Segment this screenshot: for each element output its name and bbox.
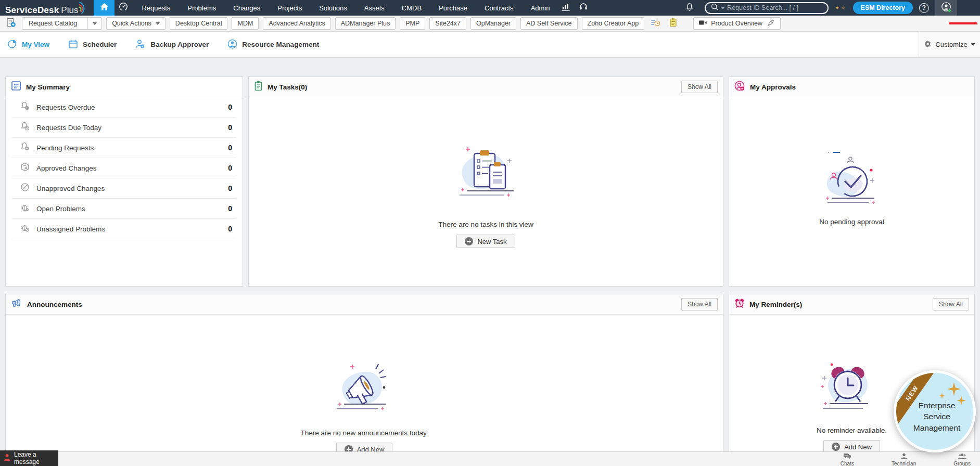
notepad-button[interactable] bbox=[666, 17, 680, 30]
tab-label: Backup Approver bbox=[150, 41, 209, 48]
tab-resource-management[interactable]: Resource Management bbox=[227, 39, 319, 50]
app-button-desktop-central[interactable]: Desktop Central bbox=[170, 17, 228, 30]
new-request-button[interactable] bbox=[4, 17, 18, 30]
pie-chart-icon bbox=[7, 39, 17, 50]
summary-row-requests-overdue[interactable]: Requests Overdue 0 bbox=[12, 97, 236, 118]
app-button-site24x7[interactable]: Site24x7 bbox=[429, 17, 466, 30]
reports-button[interactable] bbox=[557, 0, 575, 16]
menu-item-problems[interactable]: Problems bbox=[187, 4, 216, 12]
my-summary-panel: My Summary Requests Overdue 0 Requests D… bbox=[5, 76, 243, 287]
tasks-empty-text: There are no tasks in this view bbox=[438, 221, 533, 228]
user-profile-button[interactable] bbox=[935, 0, 957, 16]
leave-message-widget[interactable]: Leave a message bbox=[0, 450, 58, 466]
request-catalog-icon bbox=[6, 18, 16, 30]
brand-suffix: Plus bbox=[61, 5, 78, 16]
notifications-button[interactable] bbox=[681, 0, 698, 16]
megaphone-icon bbox=[11, 299, 22, 310]
search-scope-caret-icon[interactable] bbox=[721, 7, 725, 9]
summary-row-unassigned-problems[interactable]: Unassigned Problems 0 bbox=[12, 219, 236, 239]
home-button[interactable] bbox=[94, 0, 114, 16]
summary-row-approved-changes[interactable]: Approved Changes 0 bbox=[12, 158, 236, 178]
esm-promo-badge[interactable]: NEW Enterprise Service Management bbox=[894, 370, 976, 452]
chats-icon bbox=[843, 453, 851, 461]
unapproved-changes-icon bbox=[20, 183, 30, 194]
product-overview-button[interactable]: Product Overview bbox=[693, 17, 781, 30]
summary-count: 0 bbox=[228, 225, 232, 233]
summary-row-unapproved-changes[interactable]: Unapproved Changes 0 bbox=[12, 178, 236, 199]
customize-dropdown[interactable]: Customize bbox=[919, 32, 980, 57]
dashboard-button[interactable] bbox=[114, 0, 132, 16]
online-status-dot bbox=[948, 9, 951, 12]
tab-label: Resource Management bbox=[242, 41, 319, 48]
nav-right-cluster: ✦✧ ESM Directory bbox=[681, 0, 980, 16]
summary-list-icon bbox=[11, 81, 21, 93]
rocket-icon bbox=[767, 19, 775, 29]
announcements-empty-text: There are no new announcements today. bbox=[300, 429, 428, 437]
summary-count: 0 bbox=[228, 103, 232, 111]
search-icon bbox=[711, 3, 719, 13]
summary-row-open-problems[interactable]: Open Problems 0 bbox=[12, 199, 236, 219]
menu-item-contracts[interactable]: Contracts bbox=[485, 4, 514, 12]
footer-groups-link[interactable]: Groups bbox=[953, 452, 971, 466]
quick-actions-label: Quick Actions bbox=[112, 20, 151, 27]
menu-item-admin[interactable]: Admin bbox=[531, 4, 550, 12]
new-task-button[interactable]: New Task bbox=[456, 235, 515, 248]
global-search[interactable] bbox=[705, 2, 829, 14]
chat-agent-icon bbox=[4, 454, 10, 463]
menu-item-cmdb[interactable]: CMDB bbox=[402, 4, 422, 12]
approvals-person-check-icon bbox=[734, 81, 745, 94]
panel-title: My Summary bbox=[26, 83, 70, 91]
summary-count: 0 bbox=[228, 204, 232, 213]
panel-title: My Tasks(0) bbox=[268, 83, 307, 91]
pending-bell-icon bbox=[20, 142, 30, 153]
announcements-show-all-button[interactable]: Show All bbox=[681, 298, 718, 310]
calendar-icon bbox=[68, 39, 78, 50]
sparkle-icon: ✦✧ bbox=[835, 5, 846, 11]
tab-my-view[interactable]: My View bbox=[7, 39, 49, 50]
home-icon bbox=[100, 3, 109, 13]
menu-item-changes[interactable]: Changes bbox=[233, 4, 260, 12]
tab-scheduler[interactable]: Scheduler bbox=[68, 39, 117, 50]
main-menu: Requests Problems Changes Projects Solut… bbox=[142, 4, 550, 12]
tab-backup-approver[interactable]: Backup Approver bbox=[135, 39, 209, 50]
summary-count: 0 bbox=[228, 123, 232, 132]
tasks-show-all-button[interactable]: Show All bbox=[681, 81, 718, 93]
summary-row-pending-requests[interactable]: Pending Requests 0 bbox=[12, 138, 236, 158]
panel-title: My Approvals bbox=[750, 83, 796, 91]
app-button-ad-self-service[interactable]: AD Self Service bbox=[520, 17, 578, 30]
view-tabbar: My View Scheduler Backup Approver Resour… bbox=[0, 32, 980, 58]
quick-actions-dropdown[interactable]: Quick Actions bbox=[106, 17, 166, 30]
clipboard-icon bbox=[669, 18, 678, 29]
help-button[interactable] bbox=[919, 3, 929, 13]
summary-row-requests-due-today[interactable]: Requests Due Today 0 bbox=[12, 118, 236, 138]
footer-technician-link[interactable]: Technician bbox=[892, 452, 916, 466]
person-circle-icon bbox=[227, 39, 237, 50]
overdue-bell-icon bbox=[20, 101, 30, 113]
app-button-zoho-creator[interactable]: Zoho Creator App bbox=[582, 17, 645, 30]
chevron-down-icon bbox=[156, 22, 160, 25]
product-overview-label: Product Overview bbox=[711, 20, 762, 27]
request-catalog-label: Request Catalog bbox=[22, 20, 83, 27]
menu-item-purchase[interactable]: Purchase bbox=[439, 4, 467, 12]
search-input[interactable] bbox=[727, 4, 805, 11]
app-logo[interactable]: ServiceDesk Plus bbox=[0, 0, 90, 16]
app-button-opmanager[interactable]: OpManager bbox=[470, 17, 516, 30]
pending-tasks-button[interactable] bbox=[648, 17, 662, 30]
app-button-advanced-analytics[interactable]: Advanced Analytics bbox=[263, 17, 330, 30]
approved-changes-icon bbox=[20, 162, 30, 174]
request-catalog-dropdown[interactable]: Request Catalog bbox=[22, 17, 102, 30]
reminders-empty-text: No reminder available. bbox=[817, 426, 887, 434]
esm-directory-button[interactable]: ESM Directory bbox=[853, 2, 913, 14]
menu-item-requests[interactable]: Requests bbox=[142, 4, 170, 12]
app-button-mdm[interactable]: MDM bbox=[232, 17, 259, 30]
reminders-empty-illustration bbox=[813, 359, 891, 418]
app-button-pmp[interactable]: PMP bbox=[400, 17, 425, 30]
brand-arc-icon bbox=[79, 2, 86, 17]
support-button[interactable] bbox=[575, 0, 592, 16]
reminders-show-all-button[interactable]: Show All bbox=[933, 298, 969, 310]
menu-item-assets[interactable]: Assets bbox=[364, 4, 385, 12]
menu-item-solutions[interactable]: Solutions bbox=[319, 4, 347, 12]
footer-chats-link[interactable]: Chats bbox=[841, 452, 854, 466]
app-button-admanager-plus[interactable]: ADManager Plus bbox=[335, 17, 396, 30]
menu-item-projects[interactable]: Projects bbox=[277, 4, 302, 12]
